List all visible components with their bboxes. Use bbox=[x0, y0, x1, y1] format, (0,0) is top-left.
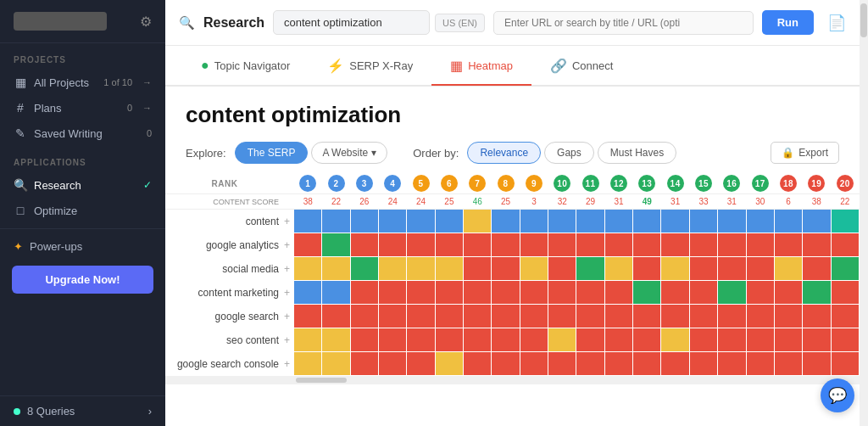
heat-cell[interactable] bbox=[492, 328, 520, 352]
heat-cell[interactable] bbox=[464, 233, 492, 257]
sidebar-item-plans[interactable]: # Plans 0 → bbox=[0, 95, 165, 121]
heat-cell[interactable] bbox=[407, 305, 435, 328]
heat-cell[interactable] bbox=[576, 328, 604, 352]
heat-cell[interactable] bbox=[492, 352, 520, 376]
heat-cell[interactable] bbox=[379, 328, 407, 352]
export-button[interactable]: 🔒 Export bbox=[771, 142, 839, 164]
heat-cell[interactable] bbox=[464, 257, 492, 281]
run-button[interactable]: Run bbox=[762, 10, 814, 35]
heat-cell[interactable] bbox=[435, 210, 463, 233]
heat-cell[interactable] bbox=[520, 281, 548, 305]
heat-cell[interactable] bbox=[746, 257, 774, 281]
heat-cell[interactable] bbox=[322, 281, 350, 305]
heat-cell[interactable] bbox=[774, 352, 802, 376]
document-icon[interactable]: 📄 bbox=[827, 14, 846, 32]
heat-cell[interactable] bbox=[464, 305, 492, 328]
heat-cell[interactable] bbox=[633, 281, 661, 305]
sidebar-item-optimize[interactable]: □ Optimize bbox=[0, 198, 165, 223]
heat-cell[interactable] bbox=[661, 210, 689, 233]
plus-button[interactable]: + bbox=[284, 257, 294, 281]
heat-cell[interactable] bbox=[689, 233, 717, 257]
heat-cell[interactable] bbox=[831, 210, 859, 233]
heat-cell[interactable] bbox=[774, 257, 802, 281]
plus-button[interactable]: + bbox=[284, 352, 294, 376]
plus-button[interactable]: + bbox=[284, 305, 294, 328]
heat-cell[interactable] bbox=[576, 210, 604, 233]
heat-cell[interactable] bbox=[294, 281, 322, 305]
heat-cell[interactable] bbox=[379, 257, 407, 281]
heat-cell[interactable] bbox=[803, 210, 831, 233]
heat-cell[interactable] bbox=[294, 233, 322, 257]
heat-cell[interactable] bbox=[746, 233, 774, 257]
search-input[interactable] bbox=[273, 10, 430, 35]
sidebar-bottom[interactable]: 8 Queries › bbox=[0, 395, 165, 426]
heat-cell[interactable] bbox=[604, 305, 632, 328]
heat-cell[interactable] bbox=[689, 281, 717, 305]
heat-cell[interactable] bbox=[661, 233, 689, 257]
heat-cell[interactable] bbox=[746, 210, 774, 233]
heat-cell[interactable] bbox=[407, 352, 435, 376]
heat-cell[interactable] bbox=[492, 281, 520, 305]
heat-cell[interactable] bbox=[774, 281, 802, 305]
heat-cell[interactable] bbox=[661, 257, 689, 281]
heat-cell[interactable] bbox=[322, 352, 350, 376]
heat-cell[interactable] bbox=[548, 352, 576, 376]
heat-cell[interactable] bbox=[350, 233, 378, 257]
heat-cell[interactable] bbox=[407, 257, 435, 281]
sidebar-item-all-projects[interactable]: ▦ All Projects 1 of 10 → bbox=[0, 70, 165, 95]
heat-cell[interactable] bbox=[633, 305, 661, 328]
heat-cell[interactable] bbox=[746, 281, 774, 305]
heat-cell[interactable] bbox=[604, 257, 632, 281]
heat-cell[interactable] bbox=[379, 210, 407, 233]
heat-cell[interactable] bbox=[548, 281, 576, 305]
plus-button[interactable]: + bbox=[284, 281, 294, 305]
heat-cell[interactable] bbox=[604, 233, 632, 257]
heat-cell[interactable] bbox=[576, 352, 604, 376]
heat-cell[interactable] bbox=[576, 281, 604, 305]
heat-cell[interactable] bbox=[831, 352, 859, 376]
heat-cell[interactable] bbox=[774, 210, 802, 233]
heat-cell[interactable] bbox=[689, 210, 717, 233]
heat-cell[interactable] bbox=[407, 328, 435, 352]
heat-cell[interactable] bbox=[435, 352, 463, 376]
a-website-button[interactable]: A Website ▾ bbox=[311, 142, 387, 164]
heat-cell[interactable] bbox=[294, 257, 322, 281]
heat-cell[interactable] bbox=[350, 328, 378, 352]
heat-cell[interactable] bbox=[492, 210, 520, 233]
heat-cell[interactable] bbox=[718, 281, 746, 305]
heat-cell[interactable] bbox=[492, 257, 520, 281]
heat-cell[interactable] bbox=[633, 352, 661, 376]
heat-cell[interactable] bbox=[520, 210, 548, 233]
heat-cell[interactable] bbox=[661, 328, 689, 352]
heat-cell[interactable] bbox=[492, 305, 520, 328]
heat-cell[interactable] bbox=[803, 233, 831, 257]
heat-cell[interactable] bbox=[661, 305, 689, 328]
heat-cell[interactable] bbox=[435, 328, 463, 352]
heat-cell[interactable] bbox=[718, 233, 746, 257]
heat-cell[interactable] bbox=[520, 305, 548, 328]
heat-cell[interactable] bbox=[803, 328, 831, 352]
heat-cell[interactable] bbox=[718, 328, 746, 352]
gaps-button[interactable]: Gaps bbox=[544, 142, 594, 164]
heat-cell[interactable] bbox=[831, 233, 859, 257]
heat-cell[interactable] bbox=[464, 281, 492, 305]
heat-cell[interactable] bbox=[576, 257, 604, 281]
must-haves-button[interactable]: Must Haves bbox=[598, 142, 676, 164]
heat-cell[interactable] bbox=[633, 233, 661, 257]
heat-cell[interactable] bbox=[604, 281, 632, 305]
heat-cell[interactable] bbox=[746, 305, 774, 328]
heat-cell[interactable] bbox=[604, 210, 632, 233]
plus-button[interactable]: + bbox=[284, 233, 294, 257]
heat-cell[interactable] bbox=[379, 281, 407, 305]
heat-cell[interactable] bbox=[604, 352, 632, 376]
heat-cell[interactable] bbox=[294, 352, 322, 376]
heat-cell[interactable] bbox=[774, 233, 802, 257]
heat-cell[interactable] bbox=[350, 257, 378, 281]
tab-connect[interactable]: 🔗 Connect bbox=[531, 47, 632, 86]
heat-cell[interactable] bbox=[407, 281, 435, 305]
heat-cell[interactable] bbox=[322, 210, 350, 233]
sidebar-item-saved-writing[interactable]: ✎ Saved Writing 0 bbox=[0, 121, 165, 146]
heat-cell[interactable] bbox=[548, 210, 576, 233]
heat-cell[interactable] bbox=[379, 352, 407, 376]
heat-cell[interactable] bbox=[492, 233, 520, 257]
